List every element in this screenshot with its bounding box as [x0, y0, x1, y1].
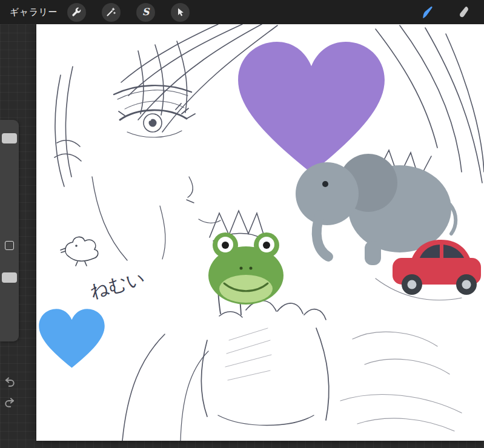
sidebar [0, 120, 19, 341]
top-toolbar: ギャラリー S [0, 0, 484, 24]
blue-heart-sticker[interactable] [39, 309, 104, 367]
drawing-canvas[interactable]: ねむい [36, 24, 484, 441]
undo-button[interactable] [2, 374, 18, 390]
redo-icon [3, 396, 16, 409]
redo-button[interactable] [2, 395, 18, 410]
brush-icon [420, 5, 435, 19]
transform-button[interactable] [171, 3, 190, 22]
gallery-button[interactable]: ギャラリー [10, 7, 58, 18]
duck-doodle[interactable] [61, 237, 98, 266]
undo-icon [3, 375, 16, 389]
smudge-button[interactable] [456, 4, 472, 20]
frog-sticker[interactable] [208, 232, 283, 305]
magic-wand-icon [105, 7, 116, 18]
selection-button[interactable]: S [136, 3, 155, 22]
transform-cursor-icon [174, 7, 185, 18]
actions-button[interactable] [67, 3, 86, 22]
handwriting-nemui: ねむい [88, 267, 147, 302]
paint-button[interactable] [420, 4, 436, 20]
modify-button[interactable] [5, 241, 14, 250]
selection-s-icon: S [142, 7, 150, 17]
opacity-slider[interactable] [2, 272, 17, 283]
adjustments-button[interactable] [102, 3, 121, 22]
procreate-screen: ねむい [0, 0, 484, 448]
smudge-icon [457, 5, 471, 19]
brush-size-slider[interactable] [2, 133, 17, 143]
purple-heart-sticker[interactable] [238, 42, 385, 173]
wrench-icon [71, 7, 82, 18]
